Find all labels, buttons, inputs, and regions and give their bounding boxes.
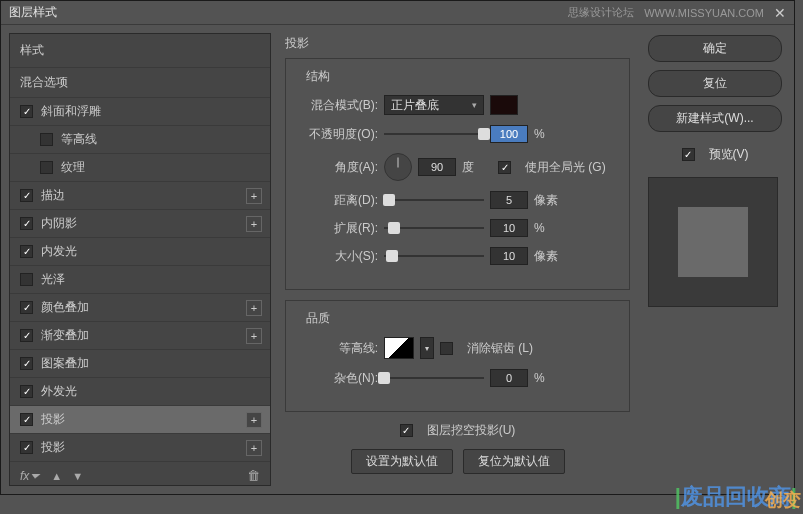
ok-button[interactable]: 确定 xyxy=(648,35,782,62)
structure-fieldset: 结构 混合模式(B): 正片叠底▾ 不透明度(O): % 角度(A): 度 xyxy=(285,58,630,290)
noise-input[interactable] xyxy=(490,369,528,387)
knockout-checkbox[interactable] xyxy=(400,424,413,437)
style-item-contour[interactable]: 等高线 xyxy=(10,125,270,153)
quality-legend: 品质 xyxy=(302,310,334,327)
style-item-outer-glow[interactable]: 外发光 xyxy=(10,377,270,405)
size-slider[interactable] xyxy=(384,255,484,257)
checkbox-icon[interactable] xyxy=(40,133,53,146)
style-label: 渐变叠加 xyxy=(41,327,89,344)
style-item-drop-shadow-2[interactable]: 投影+ xyxy=(10,433,270,461)
checkbox-icon[interactable] xyxy=(20,273,33,286)
checkbox-icon[interactable] xyxy=(20,385,33,398)
styles-list-panel: 样式 混合选项 斜面和浮雕 等高线 纹理 描边+ 内阴影+ 内发光 光泽 颜色叠… xyxy=(9,33,271,486)
global-light-checkbox[interactable] xyxy=(498,161,511,174)
titlebar: 图层样式 思缘设计论坛 WWW.MISSYUAN.COM ✕ xyxy=(1,1,794,25)
opacity-slider[interactable] xyxy=(384,133,484,135)
set-default-button[interactable]: 设置为默认值 xyxy=(351,449,453,474)
add-effect-icon[interactable]: + xyxy=(246,188,262,204)
checkbox-icon[interactable] xyxy=(20,413,33,426)
slider-thumb-icon[interactable] xyxy=(378,372,390,384)
distance-input[interactable] xyxy=(490,191,528,209)
antialias-label: 消除锯齿 (L) xyxy=(467,340,533,357)
contour-picker[interactable] xyxy=(384,337,414,359)
contour-dropdown-icon[interactable]: ▾ xyxy=(420,337,434,359)
style-item-satin[interactable]: 光泽 xyxy=(10,265,270,293)
watermark-text-2: 创变 xyxy=(765,488,801,512)
move-down-icon[interactable]: ▼ xyxy=(72,470,83,482)
spread-unit: % xyxy=(534,221,564,235)
angle-dial[interactable] xyxy=(384,153,412,181)
preview-box xyxy=(648,177,778,307)
angle-input[interactable] xyxy=(418,158,456,176)
checkbox-icon[interactable] xyxy=(20,105,33,118)
preview-checkbox[interactable] xyxy=(682,148,695,161)
add-effect-icon[interactable]: + xyxy=(246,216,262,232)
slider-thumb-icon[interactable] xyxy=(478,128,490,140)
titlebar-right: 思缘设计论坛 WWW.MISSYUAN.COM ✕ xyxy=(568,5,786,21)
styles-header[interactable]: 样式 xyxy=(10,34,270,67)
blend-options-header[interactable]: 混合选项 xyxy=(10,67,270,97)
antialias-checkbox[interactable] xyxy=(440,342,453,355)
cancel-button[interactable]: 复位 xyxy=(648,70,782,97)
checkbox-icon[interactable] xyxy=(20,301,33,314)
add-effect-icon[interactable]: + xyxy=(246,412,262,428)
preview-swatch xyxy=(678,207,748,277)
fx-icon[interactable]: fx⏷ xyxy=(20,469,41,483)
style-label: 光泽 xyxy=(41,271,65,288)
spread-label: 扩展(R): xyxy=(298,220,378,237)
layer-style-dialog: 图层样式 思缘设计论坛 WWW.MISSYUAN.COM ✕ 样式 混合选项 斜… xyxy=(0,0,795,495)
preview-toggle[interactable]: 预览(V) xyxy=(648,146,782,163)
angle-unit: 度 xyxy=(462,159,492,176)
close-icon[interactable]: ✕ xyxy=(774,5,786,21)
reset-default-button[interactable]: 复位为默认值 xyxy=(463,449,565,474)
structure-legend: 结构 xyxy=(302,68,334,85)
distance-slider[interactable] xyxy=(384,199,484,201)
forum-url: WWW.MISSYUAN.COM xyxy=(644,7,764,19)
noise-label: 杂色(N): xyxy=(298,370,378,387)
spread-slider[interactable] xyxy=(384,227,484,229)
style-label: 投影 xyxy=(41,439,65,456)
style-item-inner-shadow[interactable]: 内阴影+ xyxy=(10,209,270,237)
new-style-button[interactable]: 新建样式(W)... xyxy=(648,105,782,132)
style-item-color-overlay[interactable]: 颜色叠加+ xyxy=(10,293,270,321)
blend-mode-select[interactable]: 正片叠底▾ xyxy=(384,95,484,115)
style-label: 图案叠加 xyxy=(41,355,89,372)
opacity-input[interactable] xyxy=(490,125,528,143)
style-item-drop-shadow[interactable]: 投影+ xyxy=(10,405,270,433)
forum-label: 思缘设计论坛 xyxy=(568,5,634,20)
style-item-texture[interactable]: 纹理 xyxy=(10,153,270,181)
checkbox-icon[interactable] xyxy=(20,245,33,258)
quality-fieldset: 品质 等高线: ▾ 消除锯齿 (L) 杂色(N): % xyxy=(285,300,630,412)
style-item-pattern-overlay[interactable]: 图案叠加 xyxy=(10,349,270,377)
trash-icon[interactable]: 🗑 xyxy=(247,468,260,483)
add-effect-icon[interactable]: + xyxy=(246,440,262,456)
settings-panel: 投影 结构 混合模式(B): 正片叠底▾ 不透明度(O): % 角度(A): xyxy=(271,25,644,494)
add-effect-icon[interactable]: + xyxy=(246,300,262,316)
contour-label: 等高线: xyxy=(298,340,378,357)
style-label: 斜面和浮雕 xyxy=(41,103,101,120)
shadow-color-swatch[interactable] xyxy=(490,95,518,115)
move-up-icon[interactable]: ▲ xyxy=(51,470,62,482)
checkbox-icon[interactable] xyxy=(20,357,33,370)
opacity-label: 不透明度(O): xyxy=(298,126,378,143)
checkbox-icon[interactable] xyxy=(20,189,33,202)
style-label: 纹理 xyxy=(61,159,85,176)
preview-label: 预览(V) xyxy=(709,146,749,163)
add-effect-icon[interactable]: + xyxy=(246,328,262,344)
checkbox-icon[interactable] xyxy=(20,441,33,454)
style-item-stroke[interactable]: 描边+ xyxy=(10,181,270,209)
checkbox-icon[interactable] xyxy=(20,217,33,230)
slider-thumb-icon[interactable] xyxy=(386,250,398,262)
size-input[interactable] xyxy=(490,247,528,265)
distance-unit: 像素 xyxy=(534,192,564,209)
noise-slider[interactable] xyxy=(384,377,484,379)
checkbox-icon[interactable] xyxy=(40,161,53,174)
style-item-bevel[interactable]: 斜面和浮雕 xyxy=(10,97,270,125)
checkbox-icon[interactable] xyxy=(20,329,33,342)
style-item-gradient-overlay[interactable]: 渐变叠加+ xyxy=(10,321,270,349)
style-item-inner-glow[interactable]: 内发光 xyxy=(10,237,270,265)
noise-unit: % xyxy=(534,371,564,385)
slider-thumb-icon[interactable] xyxy=(388,222,400,234)
slider-thumb-icon[interactable] xyxy=(383,194,395,206)
spread-input[interactable] xyxy=(490,219,528,237)
